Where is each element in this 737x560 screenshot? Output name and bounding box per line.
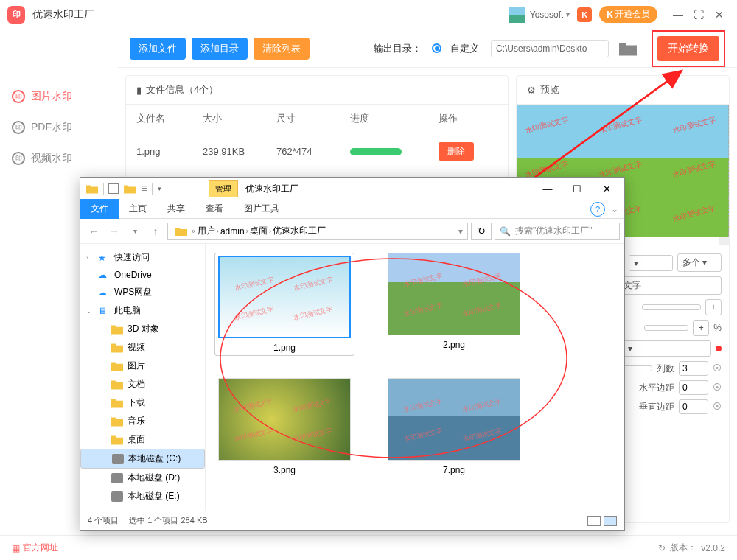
qa-folder-icon[interactable] [86,184,98,194]
title-bar: 印 优速水印工厂 Yososoft ▾ K K开通会员 — ⛶ ✕ [0,0,737,29]
nav-item[interactable]: 音乐 [80,412,205,430]
search-input[interactable]: 🔍 搜索"优速水印工厂" [495,223,620,240]
chevron-down-icon[interactable]: ▾ [566,10,570,18]
sidebar-item-image-watermark[interactable]: 印 图片水印 [0,81,118,112]
nav-item[interactable]: 下载 [80,393,205,412]
file-thumbnail[interactable]: 水印测试文字水印测试文字水印测试文字水印测试文字7.png [384,378,524,475]
breadcrumb-item[interactable]: admin [220,226,245,237]
version-label[interactable]: ↻ 版本：v2.0.2 [658,542,725,554]
stepper-icon[interactable]: ⦿ [713,363,722,374]
nav-item[interactable]: 视频 [80,338,205,357]
table-header: 文件名 大小 尺寸 进度 操作 [126,105,508,133]
clear-list-button[interactable]: 清除列表 [254,38,310,60]
nav-item[interactable]: 本地磁盘 (E:) [80,487,205,505]
value-input[interactable] [642,304,701,310]
text-input[interactable]: 文字 [618,276,722,295]
sidebar-item-video-watermark[interactable]: 印 视频水印 [0,143,118,174]
nav-item[interactable]: 3D 对象 [80,320,205,338]
ribbon-expand-icon[interactable]: ⌄ [611,204,618,214]
nav-item[interactable]: ⌄🖥此电脑 [80,301,205,320]
sidebar-item-pdf-watermark[interactable]: 印 PDF水印 [0,112,118,143]
explorer-maximize-button[interactable]: ☐ [562,179,592,198]
explorer-minimize-button[interactable]: — [533,179,562,198]
select-dropdown[interactable]: ▾ [629,255,673,271]
breadcrumb[interactable]: « 用户› admin› 桌面› 优速水印工厂 ▾ [167,223,468,240]
manage-tab[interactable]: 管理 [209,180,238,197]
nav-back-button[interactable]: ← [85,223,102,240]
output-path-input[interactable] [491,40,609,57]
vpad-input[interactable] [679,399,708,414]
nav-item[interactable]: ☁WPS网盘 [80,283,205,301]
ribbon-file-tab[interactable]: 文件 [80,199,119,219]
nav-item[interactable]: 本地磁盘 (C:) [80,449,205,469]
toolbar: 添加文件 添加目录 清除列表 输出目录： 自定义 开始转换 [118,29,737,68]
add-file-button[interactable]: 添加文件 [130,38,186,60]
percent-label: % [713,323,722,333]
value-input[interactable] [644,325,688,331]
nav-item[interactable]: 图片 [80,357,205,375]
nav-item[interactable]: 本地磁盘 (D:) [80,469,205,487]
refresh-button[interactable]: ↻ [471,223,492,240]
maximize-button[interactable]: ⛶ [688,4,709,25]
search-icon: 🔍 [500,226,511,237]
thumbnail-image: 水印测试文字水印测试文字水印测试文字水印测试文字 [218,256,351,338]
file-thumbnail[interactable]: 水印测试文字水印测试文字水印测试文字水印测试文字3.png [214,378,354,475]
explorer-close-button[interactable]: ✕ [592,179,621,198]
stepper-icon[interactable]: ⦿ [713,382,722,393]
browse-folder-icon[interactable] [619,41,637,56]
file-thumbnail[interactable]: 水印测试文字水印测试文字水印测试文字水印测试文字2.png [384,253,524,356]
user-name[interactable]: Yososoft [530,10,564,20]
hpad-label: 水平边距 [639,382,674,394]
nav-recent-button[interactable]: ▾ [126,223,144,240]
stepper-icon[interactable]: ⦿ [713,402,722,412]
view-thumbnails-icon[interactable] [604,516,617,526]
help-icon[interactable]: ? [590,202,605,217]
folder-icon [111,379,123,390]
chevron-icon: ⌄ [86,307,94,315]
user-avatar-icon[interactable] [509,7,525,23]
qa-overflow-icon[interactable]: ≡ [141,182,147,195]
open-vip-button[interactable]: K开通会员 [599,6,657,23]
nav-label: 视频 [128,341,145,354]
nav-label: 下载 [128,396,145,409]
breadcrumb-item[interactable]: 用户 [198,225,215,237]
qa-folder-icon[interactable] [124,184,136,194]
status-count: 4 个项目 [88,515,119,526]
folder-icon [111,416,123,427]
cols-input[interactable] [679,361,708,376]
qa-checkbox-icon[interactable] [108,183,119,194]
qa-chevron-icon[interactable]: ▾ [155,185,164,192]
hpad-input[interactable] [679,380,708,395]
image-watermark-icon: 印 [12,90,25,103]
start-convert-button[interactable]: 开始转换 [657,36,719,61]
nav-item[interactable]: 桌面 [80,430,205,449]
table-row[interactable]: 1.png 239.91KB 762*474 删除 [126,133,508,169]
file-thumbnail[interactable]: 水印测试文字水印测试文字水印测试文字水印测试文字1.png [214,253,354,356]
close-button[interactable]: ✕ [709,4,730,25]
view-details-icon[interactable] [587,516,601,526]
nav-item[interactable]: ☁OneDrive [80,267,205,283]
thumbnail-image: 水印测试文字水印测试文字水印测试文字水印测试文字 [388,378,520,461]
breadcrumb-item[interactable]: 桌面 [250,225,268,237]
globe-icon: ▦ [12,543,20,553]
ribbon-share-tab[interactable]: 共享 [157,199,195,219]
pdf-watermark-icon: 印 [12,121,25,134]
plus-button[interactable]: + [693,320,709,336]
add-folder-button[interactable]: 添加目录 [192,38,248,60]
ribbon-view-tab[interactable]: 查看 [195,199,234,219]
ribbon-pictools-tab[interactable]: 图片工具 [234,199,290,219]
official-site-link[interactable]: ▦ 官方网址 [12,542,58,554]
nav-item[interactable]: 文档 [80,375,205,393]
nav-forward-button[interactable]: → [105,223,123,240]
explorer-titlebar: ≡ ▾ 管理 优速水印工厂 — ☐ ✕ [80,178,624,200]
minimize-button[interactable]: — [668,4,688,25]
select-dropdown[interactable]: ▾ [623,340,711,357]
nav-item[interactable]: ›★快速访问 [80,248,205,267]
custom-dir-radio[interactable] [432,43,441,53]
multi-select[interactable]: 多个 ▾ [677,253,722,272]
nav-up-button[interactable]: ↑ [147,223,164,240]
ribbon-home-tab[interactable]: 主页 [119,199,157,219]
breadcrumb-item[interactable]: 优速水印工厂 [273,225,326,237]
delete-button[interactable]: 删除 [439,142,474,161]
plus-button[interactable]: + [705,299,722,315]
